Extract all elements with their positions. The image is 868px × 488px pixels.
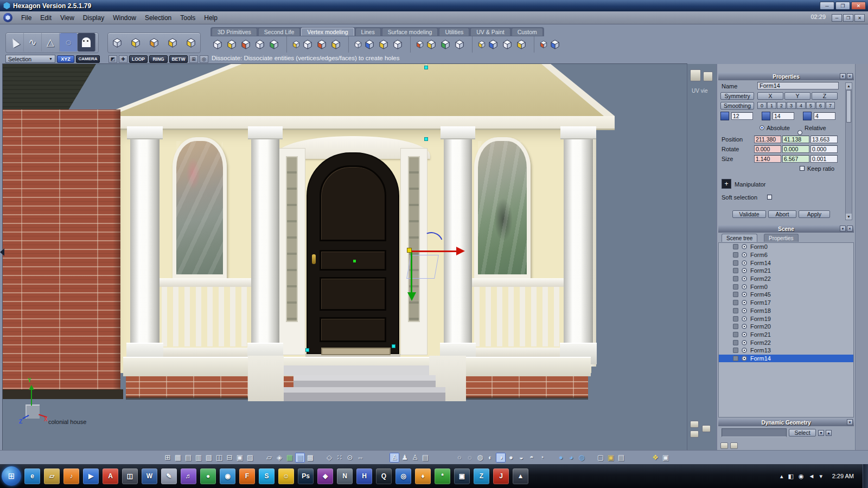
extrude-tool[interactable] bbox=[376, 36, 391, 53]
material-ball-1[interactable]: ● bbox=[556, 453, 566, 463]
visibility-icon[interactable] bbox=[742, 316, 747, 322]
position-x-field[interactable]: 211.380 bbox=[754, 136, 781, 143]
app-firefox[interactable]: F bbox=[239, 468, 255, 484]
zoom-tool[interactable]: ⊙ bbox=[345, 453, 355, 463]
app-purple-diamond[interactable]: ◆ bbox=[317, 468, 333, 484]
dynamic-down-button[interactable]: ▼ bbox=[818, 430, 824, 436]
grid-view-5[interactable]: ▧ bbox=[204, 453, 214, 463]
grid-view-9[interactable]: ▨ bbox=[245, 453, 255, 463]
tray-ime[interactable]: ▴ bbox=[780, 473, 783, 480]
visibility-icon[interactable] bbox=[742, 348, 747, 353]
lock-icon[interactable] bbox=[733, 340, 738, 345]
dots-display-tool[interactable]: ∷ bbox=[335, 453, 344, 463]
shade-wire[interactable]: ○ bbox=[455, 453, 464, 463]
inset-tool[interactable] bbox=[391, 36, 405, 53]
scene-tree-item[interactable]: Form14 bbox=[719, 259, 853, 267]
grid-view-2[interactable]: ▦ bbox=[173, 453, 183, 463]
absolute-radio[interactable] bbox=[760, 125, 764, 130]
visibility-icon[interactable] bbox=[742, 340, 747, 345]
app-green-dot[interactable]: ● bbox=[200, 468, 216, 484]
ring-button[interactable]: RING bbox=[149, 55, 168, 63]
tab-utilities[interactable]: Utilities bbox=[439, 28, 469, 36]
tab-3d-primitives[interactable]: 3D Primitives bbox=[212, 28, 257, 36]
smoothing-level-button[interactable]: 4 bbox=[796, 102, 806, 109]
tab-scene-properties[interactable]: Properties bbox=[764, 234, 799, 242]
smooth-tool[interactable] bbox=[348, 36, 362, 53]
ellipse-select-tool[interactable]: ◌ bbox=[60, 33, 78, 52]
manipulator-icon[interactable]: + bbox=[722, 179, 731, 189]
left-panel-collapse-arrow[interactable] bbox=[0, 248, 4, 256]
dynamic-geometry-header[interactable]: Dynamic Geometry bbox=[718, 419, 854, 426]
smoothing-level-button[interactable]: 3 bbox=[787, 102, 796, 109]
validate-button[interactable]: Validate bbox=[732, 210, 766, 218]
grid-view-4[interactable]: ▥ bbox=[194, 453, 203, 463]
lock-icon[interactable] bbox=[733, 332, 738, 337]
app-orange-diamond[interactable]: ♦ bbox=[415, 468, 431, 484]
smoothing-button[interactable]: Smoothing bbox=[720, 102, 754, 110]
taper-tool[interactable] bbox=[500, 36, 514, 53]
scene-tree-item[interactable]: Form13 bbox=[719, 346, 853, 355]
lock-icon[interactable] bbox=[733, 324, 738, 329]
relative-radio[interactable] bbox=[797, 130, 802, 135]
soft-selection-checkbox[interactable] bbox=[767, 195, 772, 200]
lock-icon[interactable] bbox=[733, 268, 738, 273]
fit-view-tool[interactable]: ◇ bbox=[324, 453, 334, 463]
lock-icon[interactable] bbox=[733, 276, 738, 281]
bridge-tool[interactable] bbox=[315, 36, 329, 53]
symmetry-x-button[interactable]: X bbox=[757, 92, 783, 100]
taskbar-clock[interactable]: 2:29 AM bbox=[832, 464, 854, 488]
chamfer-tool[interactable] bbox=[267, 36, 281, 53]
grid-dark-tool[interactable]: ▩ bbox=[305, 453, 315, 463]
scroll-up-button[interactable]: ▲ bbox=[846, 83, 852, 89]
y-axis-arrowhead[interactable] bbox=[407, 292, 416, 301]
maximize-button[interactable]: ❐ bbox=[835, 2, 850, 10]
app-messenger[interactable]: ☺ bbox=[278, 468, 294, 484]
between-button[interactable]: BETW bbox=[169, 55, 188, 63]
scene-tree-item[interactable]: Form20 bbox=[719, 323, 853, 331]
app-photoshop[interactable]: Ps bbox=[298, 468, 314, 484]
panel-dock-tile[interactable] bbox=[730, 442, 738, 449]
selection-mode-dropdown[interactable]: Selection ▼ bbox=[5, 55, 55, 63]
tab-vertex-modeling[interactable]: Vertex modeling bbox=[301, 28, 354, 36]
select-all-mode[interactable] bbox=[182, 34, 200, 52]
position-y-field[interactable]: 41.138 bbox=[782, 136, 809, 143]
tray-volume[interactable]: ◄ bbox=[809, 473, 815, 479]
smoothing-range-icon[interactable] bbox=[762, 112, 770, 120]
app-steam[interactable]: ▣ bbox=[454, 468, 470, 484]
vertex-handle[interactable] bbox=[425, 66, 427, 69]
scene-tree-item[interactable]: Form17 bbox=[719, 299, 853, 307]
lock-icon[interactable] bbox=[733, 348, 738, 353]
rotate-z-field[interactable]: 0.000 bbox=[810, 145, 838, 153]
camera-toggle[interactable]: CAMERA bbox=[76, 55, 100, 63]
visibility-icon[interactable] bbox=[742, 244, 747, 249]
copy-tool[interactable] bbox=[424, 36, 438, 53]
grid-mini-button[interactable]: ⊞ bbox=[189, 55, 198, 63]
scene-tree-item[interactable]: Form19 bbox=[719, 314, 853, 323]
grid-view-8[interactable]: ▣ bbox=[235, 453, 245, 463]
tray-network[interactable]: ◉ bbox=[799, 473, 804, 480]
bend-tool[interactable] bbox=[486, 36, 500, 53]
app-internet-explorer[interactable]: e bbox=[24, 468, 40, 484]
app-notepad[interactable]: N bbox=[337, 468, 353, 484]
add-object-tool[interactable] bbox=[534, 36, 548, 53]
box-display-2[interactable]: ▣ bbox=[606, 453, 616, 463]
app-media-player[interactable]: ♪ bbox=[63, 468, 79, 484]
menu-item[interactable]: Tools bbox=[176, 14, 200, 22]
app-player-blue[interactable]: ▶ bbox=[83, 468, 99, 484]
app-zoom-blue[interactable]: Z bbox=[474, 468, 489, 484]
curve-select-tool[interactable]: ∿ bbox=[24, 33, 42, 52]
tessellate-tool[interactable] bbox=[329, 36, 343, 53]
visibility-icon[interactable] bbox=[742, 292, 747, 297]
show-desktop-button[interactable] bbox=[863, 464, 868, 488]
hatch-mini-button[interactable]: ◩ bbox=[108, 55, 117, 63]
visibility-icon[interactable] bbox=[742, 324, 747, 329]
size-y-field[interactable]: 6.567 bbox=[782, 155, 809, 163]
scene-collapse-button[interactable]: ▾ bbox=[840, 226, 846, 232]
smoothing-range-field[interactable]: 12 bbox=[731, 112, 753, 120]
select-vertex-mode[interactable] bbox=[127, 34, 144, 52]
shade-ao[interactable]: ◒ bbox=[516, 453, 526, 463]
lock-icon[interactable] bbox=[733, 292, 738, 297]
menu-item[interactable]: View bbox=[56, 14, 79, 22]
y-axis-handle[interactable] bbox=[411, 252, 412, 292]
snapshot-tool[interactable]: ▣ bbox=[661, 453, 671, 463]
